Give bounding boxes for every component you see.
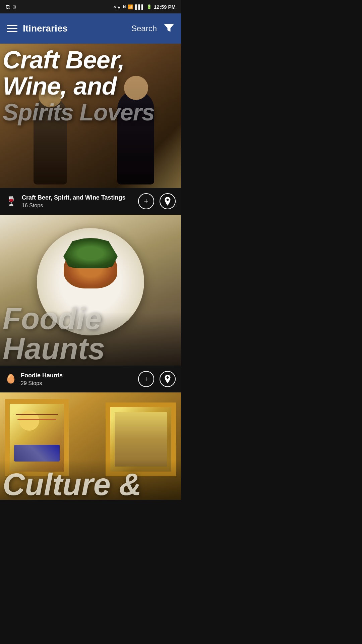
card-title-overlay-2: Foodie Haunts <box>3 304 178 364</box>
card-image-craft-beer[interactable]: Craft Beer, Wine, and Spirits Lovers <box>0 44 181 188</box>
card-title-craft-beer: Craft Beer, Spirit, and Wine Tastings <box>22 194 126 202</box>
card-title-line2: Wine, and <box>3 72 117 100</box>
card-big-title-culture: Culture & <box>3 467 141 500</box>
add-button-foodie[interactable]: + <box>138 371 154 387</box>
menu-button[interactable] <box>7 25 17 32</box>
card-stops-craft-beer: 16 Stops <box>22 203 126 209</box>
food-greens <box>60 238 121 268</box>
card-title-overlay-1: Craft Beer, Wine, and Spirits Lovers <box>3 47 178 125</box>
status-right-icons: ⨯▲ N 📶 ▌▌▌ 🔋 12:59 PM <box>113 4 176 10</box>
bluetooth-icon: ⨯▲ <box>113 4 121 9</box>
status-left-icons: 🖼 ⊞ <box>5 4 16 9</box>
battery-icon: 🔋 <box>146 4 152 9</box>
add-button-craft-beer[interactable]: + <box>138 193 154 209</box>
card-info-craft-beer: 🍷 Craft Beer, Spirit, and Wine Tastings … <box>0 188 181 215</box>
craft-beer-icon: 🍷 <box>5 196 17 207</box>
filter-button[interactable] <box>164 22 174 35</box>
location-button-craft-beer[interactable] <box>160 193 176 209</box>
wifi-icon: 📶 <box>128 4 133 9</box>
grid-icon: ⊞ <box>12 4 16 9</box>
signal-icon: ▌▌▌ <box>135 4 144 9</box>
card-title-line1: Craft Beer, <box>3 46 124 74</box>
page-title: Itineraries <box>23 23 68 34</box>
image-icon: 🖼 <box>5 4 10 9</box>
card-craft-beer: Craft Beer, Wine, and Spirits Lovers 🍷 C… <box>0 44 181 215</box>
app-header: Itineraries Search <box>0 13 181 44</box>
card-info-foodie: 🥚 Foodie Haunts 29 Stops + <box>0 366 181 392</box>
card-image-culture[interactable]: Culture & <box>0 392 181 500</box>
card-image-foodie[interactable]: Foodie Haunts <box>0 215 181 366</box>
card-title-overlay-3: Culture & <box>3 469 178 500</box>
card-culture: Culture & <box>0 392 181 500</box>
svg-marker-0 <box>164 24 174 32</box>
foodie-icon: 🥚 <box>5 374 16 384</box>
status-bar: 🖼 ⊞ ⨯▲ N 📶 ▌▌▌ 🔋 12:59 PM <box>0 0 181 13</box>
time-display: 12:59 PM <box>154 4 176 10</box>
search-button[interactable]: Search <box>131 24 157 33</box>
card-title-foodie: Foodie Haunts <box>21 372 63 379</box>
card-foodie-haunts: Foodie Haunts 🥚 Foodie Haunts 29 Stops + <box>0 215 181 392</box>
card-big-title-foodie: Foodie Haunts <box>3 302 105 366</box>
nfc-icon: N <box>123 5 126 9</box>
card-stops-foodie: 29 Stops <box>21 380 63 386</box>
card-title-line3: Spirits Lovers <box>3 99 155 125</box>
location-button-foodie[interactable] <box>160 371 176 387</box>
